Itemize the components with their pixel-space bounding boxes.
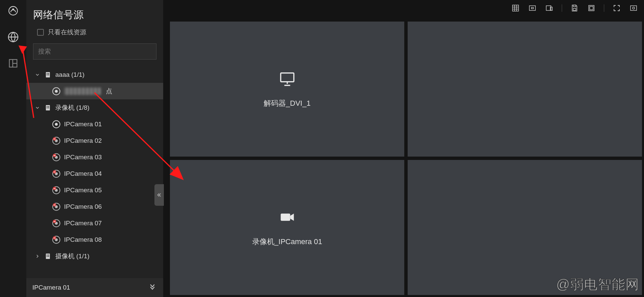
svg-rect-48 [48, 255, 49, 256]
tree-item-label: IPCamera 05 [64, 187, 102, 194]
tree-item-aaaa-0[interactable]: 点 [26, 83, 163, 99]
device-icon[interactable] [545, 4, 554, 12]
video-cell-1[interactable] [408, 22, 642, 157]
chevron-down-icon [34, 105, 40, 111]
tree-item-ipcamera-05[interactable]: IPCamera 05 [26, 182, 163, 198]
toolbar [163, 0, 644, 16]
svg-rect-25 [54, 155, 55, 156]
settings-icon[interactable] [629, 4, 638, 12]
svg-point-1 [12, 9, 13, 10]
sidebar: 网络信号源 只看在线资源 aaaa (1/1) 点 录像机 (1/8) [26, 0, 163, 297]
svg-point-0 [9, 6, 18, 15]
tree-item-ipcamera-03[interactable]: IPCamera 03 [26, 149, 163, 165]
svg-rect-11 [46, 105, 50, 110]
tree-item-ipcamera-01[interactable]: IPCamera 01 [26, 116, 163, 132]
building-icon [44, 71, 52, 79]
svg-rect-5 [47, 73, 48, 74]
grid-icon[interactable] [511, 4, 520, 12]
camera-offline-icon [52, 219, 61, 228]
tree-item-ipcamera-08[interactable]: IPCamera 08 [26, 231, 163, 248]
tree-item-label: IPCamera 06 [64, 203, 102, 210]
camera-offline-icon [52, 153, 61, 162]
tree-item-ipcamera-02[interactable]: IPCamera 02 [26, 132, 163, 149]
svg-rect-6 [48, 73, 49, 74]
video-grid: 解码器_DVI_1 录像机_IPCamera 01 [163, 16, 644, 297]
filter-online-only[interactable]: 只看在线资源 [26, 28, 163, 40]
svg-rect-52 [529, 6, 535, 10]
single-view-icon[interactable] [528, 4, 537, 12]
svg-rect-46 [46, 254, 50, 259]
camera-offline-icon [52, 169, 61, 178]
checkbox-icon[interactable] [37, 29, 44, 36]
svg-rect-53 [531, 7, 533, 9]
sidebar-footer[interactable]: IPCamera 01 [26, 278, 163, 297]
svg-rect-29 [54, 171, 55, 172]
fullscreen-icon[interactable] [612, 4, 621, 12]
svg-rect-8 [48, 74, 49, 75]
collapse-sidebar-button[interactable] [154, 184, 164, 206]
cell-label: 解码器_DVI_1 [264, 98, 311, 108]
footer-label: IPCamera 01 [32, 284, 70, 291]
search-input[interactable] [33, 43, 156, 60]
tree-group-label: 摄像机 (1/1) [55, 252, 89, 261]
svg-rect-12 [47, 106, 48, 107]
tree-group-label: aaaa (1/1) [55, 71, 85, 78]
tree-group-aaaa[interactable]: aaaa (1/1) [26, 66, 163, 83]
svg-rect-37 [54, 204, 55, 205]
svg-point-10 [55, 90, 58, 93]
monitor-icon [279, 70, 296, 90]
separator [562, 4, 562, 12]
video-cell-0[interactable]: 解码器_DVI_1 [170, 22, 404, 157]
svg-rect-45 [54, 237, 55, 238]
tree-item-ipcamera-04[interactable]: IPCamera 04 [26, 165, 163, 182]
dashboard-icon[interactable] [6, 4, 20, 18]
chevron-down-icon [34, 72, 40, 78]
save-icon[interactable] [570, 4, 579, 12]
masked-label [64, 88, 101, 95]
tree-item-label: IPCamera 02 [64, 137, 102, 144]
svg-rect-50 [48, 256, 49, 257]
svg-rect-33 [54, 188, 55, 189]
tree-item-ipcamera-06[interactable]: IPCamera 06 [26, 198, 163, 215]
layout-icon[interactable] [6, 57, 20, 70]
filter-label: 只看在线资源 [48, 28, 86, 37]
tree-item-label: IPCamera 01 [64, 121, 102, 128]
svg-rect-57 [573, 8, 576, 10]
svg-rect-7 [47, 74, 48, 75]
tree-item-ipcamera-07[interactable]: IPCamera 07 [26, 215, 163, 231]
tree-item-label: IPCamera 07 [64, 220, 102, 227]
tree-group-label: 录像机 (1/8) [55, 103, 89, 112]
camera-icon [279, 208, 296, 228]
camera-offline-icon [52, 202, 61, 211]
svg-rect-21 [54, 138, 55, 139]
source-tree: aaaa (1/1) 点 录像机 (1/8) IPCamera 01 I [26, 65, 163, 278]
svg-rect-14 [47, 107, 48, 108]
camera-online-icon [52, 87, 61, 96]
window-icon[interactable] [587, 4, 596, 12]
svg-rect-51 [513, 5, 519, 11]
tree-item-label: IPCamera 03 [64, 154, 102, 161]
camera-online-icon [52, 120, 61, 129]
tree-group-recorder[interactable]: 录像机 (1/8) [26, 99, 163, 116]
video-cell-2[interactable]: 录像机_IPCamera 01 [170, 160, 404, 295]
camera-offline-icon [52, 136, 61, 145]
svg-point-61 [633, 7, 635, 9]
separator [604, 4, 604, 12]
globe-icon[interactable] [6, 30, 20, 44]
svg-rect-15 [48, 107, 49, 108]
camera-offline-icon [52, 186, 61, 195]
svg-rect-59 [590, 6, 593, 10]
svg-rect-13 [48, 106, 49, 107]
svg-rect-41 [54, 221, 55, 222]
svg-rect-62 [281, 73, 294, 81]
svg-rect-55 [550, 7, 552, 10]
svg-rect-4 [46, 72, 50, 77]
tree-group-camera[interactable]: 摄像机 (1/1) [26, 248, 163, 264]
double-chevron-icon[interactable] [148, 282, 157, 293]
main-area: 解码器_DVI_1 录像机_IPCamera 01 @弱电智能网 [163, 0, 644, 297]
svg-rect-60 [631, 6, 637, 10]
video-cell-3[interactable] [408, 160, 642, 295]
camera-offline-icon [52, 235, 61, 244]
svg-rect-49 [47, 256, 48, 257]
sidebar-title: 网络信号源 [26, 0, 163, 28]
